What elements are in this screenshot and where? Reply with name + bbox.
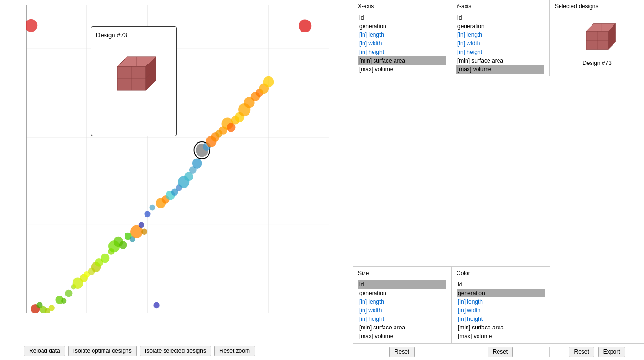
size-items: idgeneration[in] length[in] width[in] he…	[358, 280, 446, 340]
size-panel: Size idgeneration[in] length[in] width[i…	[353, 266, 451, 343]
selected-designs-title: Selected designs	[555, 3, 639, 11]
bottom-right-spacer	[550, 266, 644, 343]
design-label: Design #73	[582, 60, 612, 66]
scatter-dot[interactable]	[119, 241, 127, 249]
scatter-dot[interactable]	[192, 158, 202, 169]
axis-item--in--height[interactable]: [in] height	[457, 315, 545, 323]
reset-zoom-button[interactable]: Reset zoom	[214, 346, 255, 356]
scatter-plot: 200400600100200300400	[26, 5, 329, 313]
chart-area: 200400600100200300400 Design #73	[0, 0, 353, 360]
scatter-dot[interactable]	[263, 76, 274, 87]
axis-item--in--length[interactable]: [in] length	[456, 31, 544, 39]
isolate-selected-button[interactable]: Isolate selected designs	[140, 346, 211, 356]
design-cube-selected	[573, 16, 621, 57]
right-top-row: X-axis idgeneration[in] length[in] width…	[353, 0, 644, 76]
axis-item-id[interactable]: id	[358, 13, 446, 22]
scatter-dot[interactable]	[150, 205, 155, 211]
scatter-dot[interactable]	[101, 254, 110, 263]
axis-item-id[interactable]: id	[358, 280, 446, 289]
xaxis-title: X-axis	[358, 3, 446, 11]
chart-buttons: Reload data Isolate optimal designs Isol…	[0, 342, 353, 360]
reset-xaxis-button[interactable]: Reset	[389, 347, 415, 357]
main-container: 200400600100200300400 Design #73	[0, 0, 644, 360]
axis-item--max--volume[interactable]: [max] volume	[457, 332, 545, 340]
xaxis-panel: X-axis idgeneration[in] length[in] width…	[353, 0, 451, 76]
reset-selected-button[interactable]: Reset	[569, 347, 594, 357]
axis-item--in--length[interactable]: [in] length	[358, 297, 446, 306]
footer-col-xaxis: Reset	[353, 347, 451, 357]
axis-item-generation[interactable]: generation	[457, 289, 545, 297]
scatter-dot[interactable]	[49, 305, 55, 311]
scatter-dot[interactable]	[65, 290, 72, 297]
color-title: Color	[457, 270, 545, 278]
selected-designs-panel: Selected designs Design #73	[550, 0, 644, 76]
xaxis-items: idgeneration[in] length[in] width[in] he…	[358, 13, 446, 74]
chart-wrapper: 200400600100200300400 Design #73	[0, 0, 353, 342]
axis-item--min--surface-area[interactable]: [min] surface area	[358, 323, 446, 332]
scatter-dot[interactable]	[144, 211, 150, 218]
right-bottom-row: Size idgeneration[in] length[in] width[i…	[353, 266, 644, 343]
right-panel: X-axis idgeneration[in] length[in] width…	[353, 0, 644, 360]
axis-item--in--width[interactable]: [in] width	[456, 39, 544, 48]
axis-item-generation[interactable]: generation	[358, 289, 446, 297]
axis-item--in--width[interactable]: [in] width	[358, 39, 446, 48]
axis-item--min--surface-area[interactable]: [min] surface area	[457, 323, 545, 332]
scatter-dot[interactable]	[61, 298, 66, 304]
axis-item--max--volume[interactable]: [max] volume	[456, 65, 544, 74]
spacer	[353, 76, 644, 266]
axis-item--in--width[interactable]: [in] width	[457, 306, 545, 315]
reset-yaxis-button[interactable]: Reset	[488, 347, 513, 357]
axis-item-id[interactable]: id	[457, 280, 545, 289]
axis-item--min--surface-area[interactable]: [min] surface area	[358, 56, 446, 65]
axis-item-generation[interactable]: generation	[456, 22, 544, 31]
axis-item--in--height[interactable]: [in] height	[358, 48, 446, 56]
axis-item--in--length[interactable]: [in] length	[358, 31, 446, 39]
axis-item--in--length[interactable]: [in] length	[457, 297, 545, 306]
axis-item--max--volume[interactable]: [max] volume	[358, 65, 446, 74]
color-items: idgeneration[in] length[in] width[in] he…	[457, 280, 545, 340]
axis-item--in--height[interactable]: [in] height	[456, 48, 544, 56]
color-panel: Color idgeneration[in] length[in] width[…	[451, 266, 550, 343]
footer-row: Reset Reset Reset Export	[353, 343, 644, 360]
axis-item--in--height[interactable]: [in] height	[358, 315, 446, 323]
yaxis-panel: Y-axis idgeneration[in] length[in] width…	[451, 0, 550, 76]
scatter-dot[interactable]	[139, 222, 144, 228]
footer-col-yaxis: Reset	[451, 347, 550, 357]
scatter-dot[interactable]	[26, 19, 37, 32]
scatter-dot[interactable]	[154, 302, 160, 309]
export-button[interactable]: Export	[598, 347, 625, 357]
axis-item-generation[interactable]: generation	[358, 22, 446, 31]
design-thumbnail: Design #73	[555, 16, 639, 66]
yaxis-items: idgeneration[in] length[in] width[in] he…	[456, 13, 544, 74]
axis-item-id[interactable]: id	[456, 13, 544, 22]
axis-item--in--width[interactable]: [in] width	[358, 306, 446, 315]
isolate-optimal-button[interactable]: Isolate optimal designs	[68, 346, 137, 356]
yaxis-title: Y-axis	[456, 3, 544, 11]
reload-button[interactable]: Reload data	[24, 346, 65, 356]
axis-item--min--surface-area[interactable]: [min] surface area	[456, 56, 544, 65]
scatter-dot[interactable]	[299, 20, 311, 32]
axis-item--max--volume[interactable]: [max] volume	[358, 332, 446, 340]
scatter-dot[interactable]	[141, 228, 147, 235]
size-title: Size	[358, 270, 446, 278]
footer-col-selected: Reset Export	[550, 347, 644, 357]
